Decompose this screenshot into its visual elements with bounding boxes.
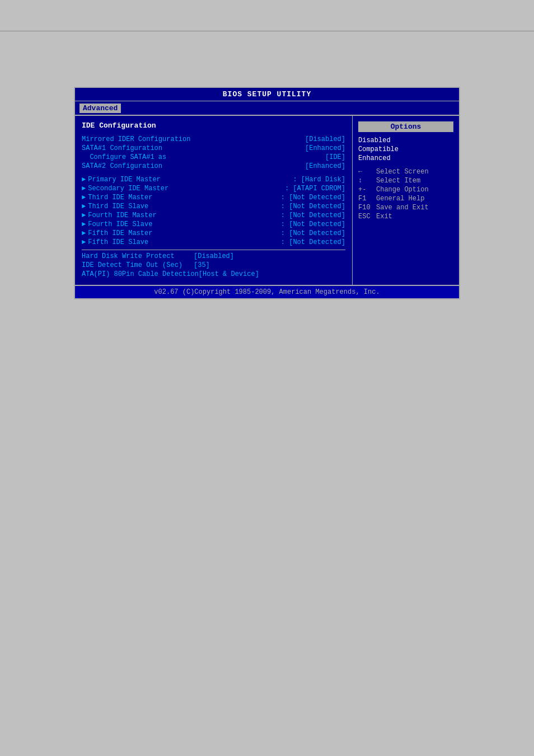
menu-advanced-tab[interactable]: Advanced (79, 104, 121, 113)
config-row-0: Mirrored IDER Configuration [Disabled] (82, 135, 345, 143)
ide-row-fourth-master[interactable]: ► Fourth IDE Master : [Not Detected] (82, 212, 345, 219)
menu-bar: Advanced (75, 101, 459, 116)
key-f10: F10 (358, 204, 374, 212)
key-plusminus: +- (358, 186, 374, 194)
section-title: IDE Configuration (82, 121, 345, 130)
action-change-option: Change Option (376, 186, 429, 194)
arrow-icon-1: ► (82, 185, 86, 192)
config-row-1: SATA#1 Configuration [Enhanced] (82, 144, 345, 152)
option-disabled: Disabled (358, 137, 453, 144)
arrow-icon-7: ► (82, 238, 86, 246)
bios-title: BIOS SETUP UTILITY (223, 90, 311, 98)
config-rows: Mirrored IDER Configuration [Disabled] S… (82, 135, 345, 170)
arrow-icon-6: ► (82, 229, 86, 237)
keybind-select-item: ↕ Select Item (358, 177, 453, 185)
arrow-icon-5: ► (82, 220, 86, 228)
key-updown: ↕ (358, 177, 374, 185)
bottom-section: Hard Disk Write Protect [Disabled] IDE D… (82, 250, 345, 278)
keybind-save-exit: F10 Save and Exit (358, 204, 453, 212)
options-list: Disabled Compatible Enhanced (358, 137, 453, 162)
config-row-2: Configure SATA#1 as [IDE] (82, 153, 345, 161)
right-panel: Options Disabled Compatible Enhanced ← S… (353, 116, 459, 285)
key-f1: F1 (358, 195, 374, 203)
ide-row-fifth-slave[interactable]: ► Fifth IDE Slave : [Not Detected] (82, 238, 345, 246)
arrow-icon-2: ► (82, 194, 86, 201)
bios-title-bar: BIOS SETUP UTILITY (75, 88, 459, 101)
keybind-section: ← Select Screen ↕ Select Item +- Change … (358, 168, 453, 220)
key-esc: ESC (358, 213, 374, 220)
options-title: Options (358, 121, 453, 132)
bios-body: IDE Configuration Mirrored IDER Configur… (75, 116, 459, 285)
arrow-icon-4: ► (82, 212, 86, 219)
bottom-row-0: Hard Disk Write Protect [Disabled] (82, 252, 345, 260)
ide-row-secondary-master[interactable]: ► Secondary IDE Master : [ATAPI CDROM] (82, 185, 345, 192)
action-exit: Exit (376, 213, 392, 220)
keybind-general-help: F1 General Help (358, 195, 453, 203)
keybind-select-screen: ← Select Screen (358, 168, 453, 176)
config-row-3: SATA#2 Configuration [Enhanced] (82, 162, 345, 170)
action-save-exit: Save and Exit (376, 204, 429, 212)
footer-text: v02.67 (C)Copyright 1985-2009, American … (154, 288, 380, 296)
option-enhanced: Enhanced (358, 154, 453, 162)
ide-row-primary-master[interactable]: ► Primary IDE Master : [Hard Disk] (82, 176, 345, 184)
action-select-screen: Select Screen (376, 168, 429, 176)
bottom-row-1: IDE Detect Time Out (Sec) [35] (82, 261, 345, 269)
ide-row-fourth-slave[interactable]: ► Fourth IDE Slave : [Not Detected] (82, 220, 345, 228)
key-leftright: ← (358, 168, 374, 176)
arrow-icon-0: ► (82, 176, 86, 184)
left-panel: IDE Configuration Mirrored IDER Configur… (75, 116, 353, 285)
ide-rows: ► Primary IDE Master : [Hard Disk] ► Sec… (82, 176, 345, 246)
ide-row-third-slave[interactable]: ► Third IDE Slave : [Not Detected] (82, 203, 345, 210)
bottom-row-2: ATA(PI) 80Pin Cable Detection [Host & De… (82, 270, 345, 278)
arrow-icon-3: ► (82, 203, 86, 210)
ide-row-third-master[interactable]: ► Third IDE Master : [Not Detected] (82, 194, 345, 201)
option-compatible: Compatible (358, 145, 453, 153)
keybind-esc: ESC Exit (358, 213, 453, 220)
bios-footer: v02.67 (C)Copyright 1985-2009, American … (75, 285, 459, 298)
bios-window: BIOS SETUP UTILITY Advanced IDE Configur… (74, 87, 460, 299)
action-select-item: Select Item (376, 177, 420, 185)
keybind-change-option: +- Change Option (358, 186, 453, 194)
ide-row-fifth-master[interactable]: ► Fifth IDE Master : [Not Detected] (82, 229, 345, 237)
action-general-help: General Help (376, 195, 424, 203)
